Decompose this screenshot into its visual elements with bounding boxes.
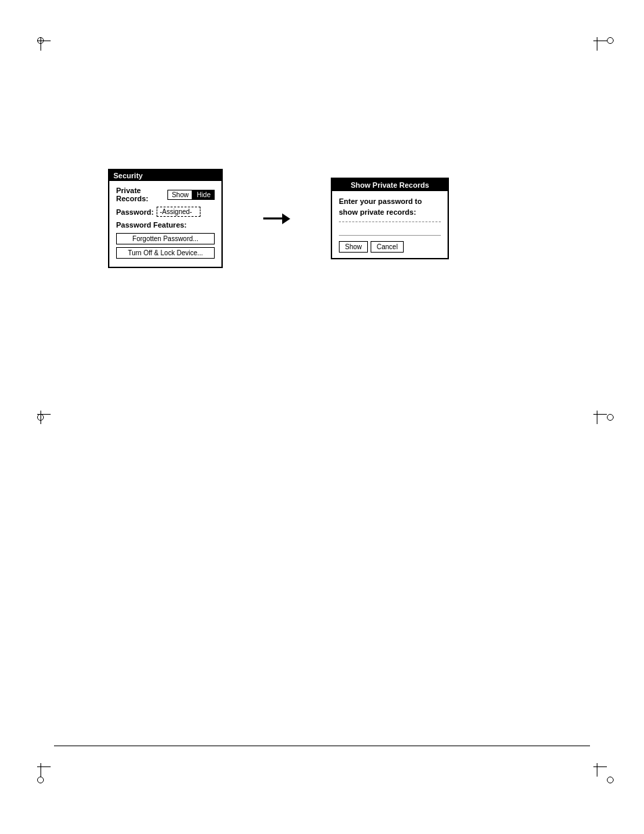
dialog-divider (339, 221, 441, 222)
password-value: -Assigned- (157, 207, 200, 217)
password-input[interactable] (339, 226, 441, 236)
arrow-line (263, 217, 282, 219)
dialog-title: Show Private Records (332, 179, 448, 191)
forgotten-password-button[interactable]: Forgotten Password... (116, 233, 215, 244)
registration-circle-top-left (37, 37, 44, 44)
registration-circle-bottom-right (607, 777, 614, 783)
crop-mark-top-left (34, 34, 54, 54)
security-panel: Security Private Records: Show Hide Pass… (108, 169, 223, 268)
dialog-buttons: Show Cancel (339, 241, 441, 253)
show-private-records-dialog: Show Private Records Enter your password… (331, 178, 449, 259)
crop-mark-top-right (590, 34, 610, 54)
registration-circle-middle-right (607, 414, 614, 421)
security-panel-body: Private Records: Show Hide Password: -As… (109, 181, 221, 267)
dialog-body: Enter your password to show private reco… (332, 191, 448, 258)
bottom-divider-line (54, 746, 590, 746)
password-row: Password: -Assigned- (116, 207, 215, 217)
registration-circle-middle-left (37, 414, 44, 421)
main-diagram: Security Private Records: Show Hide Pass… (108, 169, 449, 268)
crop-mark-bottom-left (34, 760, 54, 780)
show-button[interactable]: Show (167, 190, 192, 200)
private-records-buttons: Show Hide (167, 190, 215, 200)
password-features-label: Password Features: (116, 221, 215, 229)
dialog-message: Enter your password to show private reco… (339, 197, 441, 217)
private-records-row: Private Records: Show Hide (116, 186, 215, 203)
arrow-head (282, 213, 290, 224)
private-records-label: Private Records: (116, 186, 165, 203)
dialog-show-button[interactable]: Show (339, 241, 368, 253)
registration-circle-bottom-left (37, 777, 44, 783)
hide-button[interactable]: Hide (192, 190, 215, 200)
registration-circle-top-right (607, 37, 614, 44)
password-label: Password: (116, 208, 154, 216)
dialog-cancel-button[interactable]: Cancel (371, 241, 404, 253)
turn-off-lock-button[interactable]: Turn Off & Lock Device... (116, 247, 215, 259)
security-panel-title: Security (109, 170, 221, 181)
